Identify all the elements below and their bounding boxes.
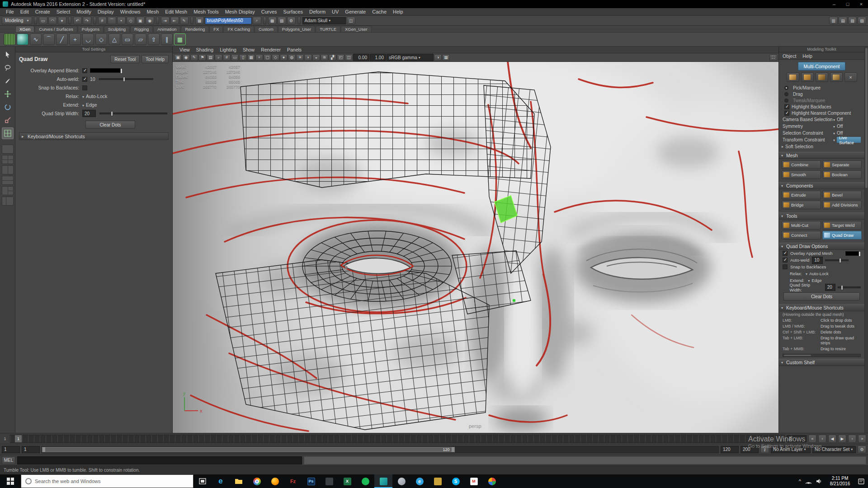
task-view-button[interactable] <box>193 474 212 488</box>
shelf-tab-xgen[interactable]: XGen <box>15 26 34 32</box>
step-back-button[interactable]: ‹ <box>818 435 826 443</box>
uv-mode-icon[interactable] <box>830 72 843 82</box>
status-line-divider[interactable] <box>68 17 71 24</box>
boolean-button[interactable]: Boolean <box>822 170 862 179</box>
firefox-icon[interactable] <box>266 474 284 488</box>
status-line-divider[interactable] <box>34 17 37 24</box>
icon-selection-mask[interactable]: ▦ <box>195 17 204 24</box>
shelf-tab-fx[interactable]: FX <box>209 26 223 32</box>
transform-constraint-row[interactable]: Transform ConstraintLive Surface <box>779 136 864 143</box>
shelf-icon-extrude[interactable]: ⇧ <box>148 33 160 45</box>
exposure-field[interactable]: 0.00 <box>353 54 369 61</box>
network-icon[interactable] <box>805 479 812 484</box>
tk-overlay-color-swatch[interactable] <box>845 251 861 256</box>
menu-cache[interactable]: Cache <box>369 9 390 14</box>
taskbar-clock[interactable]: 2:11 PM 8/21/2016 <box>826 476 854 487</box>
file-explorer-icon[interactable] <box>230 474 248 488</box>
icon-ambient-occlusion[interactable]: ◒ <box>312 54 320 61</box>
icon-gate-mask[interactable]: ▩ <box>247 54 255 61</box>
auto-weld-checkbox[interactable] <box>82 77 87 82</box>
gamma-field[interactable]: 1.00 <box>370 54 386 61</box>
go-to-start-button[interactable]: « <box>808 435 816 443</box>
edge-icon[interactable]: e <box>212 474 230 488</box>
components-section-header[interactable]: Components <box>779 182 864 189</box>
icon-pane-maximize[interactable]: ⛶ <box>769 54 777 61</box>
shortcuts-section-header[interactable]: Keyboard/Mouse Shortcuts <box>19 132 169 140</box>
tk-menu-help[interactable]: Help <box>802 53 812 59</box>
drag-radio[interactable] <box>784 92 788 96</box>
shelf-icon-revolve[interactable]: △ <box>108 33 120 45</box>
volume-icon[interactable] <box>816 479 822 484</box>
app-icon[interactable] <box>392 474 410 488</box>
extrude-button[interactable]: Extrude <box>782 191 821 199</box>
start-button[interactable] <box>0 474 21 488</box>
icon-snap-grid[interactable]: # <box>98 17 107 24</box>
tk-auto-weld-value[interactable]: 10 <box>812 257 823 264</box>
overlay-append-checkbox[interactable] <box>82 68 87 73</box>
layout-shortcut-two-vertical[interactable] <box>2 165 14 174</box>
shelf-icon-planar[interactable]: ▱ <box>135 33 146 45</box>
bridge-button[interactable]: Bridge <box>782 201 821 209</box>
icon-film-gate[interactable]: ▭ <box>231 54 239 61</box>
tk-auto-weld-checkbox[interactable] <box>783 258 788 263</box>
highlight-backfaces-checkbox[interactable] <box>784 104 789 109</box>
icon-ipr-render[interactable]: ▨ <box>278 17 286 24</box>
excel-icon[interactable]: X <box>338 474 356 488</box>
shelf-icon-cross[interactable]: + <box>69 33 81 45</box>
connect-button[interactable]: Connect <box>782 231 821 239</box>
icon-show-modeling-toolkit[interactable]: ▥ <box>829 17 838 24</box>
shelf-icon-sphere[interactable] <box>17 33 28 45</box>
highlight-nearest-checkbox[interactable] <box>784 111 789 116</box>
tk-overlay-append-checkbox[interactable] <box>783 251 788 256</box>
menu-modify[interactable]: Modify <box>73 9 94 14</box>
icon-select-by-name[interactable]: ⌕ <box>253 17 261 24</box>
icon-safe-action[interactable]: ▢ <box>264 54 271 61</box>
status-line-divider[interactable] <box>297 17 301 24</box>
current-tool-quad-draw-icon[interactable] <box>2 127 14 139</box>
menu-file[interactable]: File <box>3 9 17 14</box>
shelf-tab-sculpting[interactable]: Sculpting <box>104 26 130 32</box>
icon-auto-keyframe[interactable]: ⚷ <box>760 446 769 453</box>
mel-input[interactable] <box>17 456 302 465</box>
icon-save-scene[interactable]: ▾ <box>58 17 66 24</box>
menu-mesh-tools[interactable]: Mesh Tools <box>190 9 222 14</box>
tk-strip-width-slider[interactable] <box>838 286 861 288</box>
menu-curves[interactable]: Curves <box>258 9 280 14</box>
shelf-icon-curve-tool[interactable]: ∿ <box>30 33 42 45</box>
icon-camera-attributes[interactable]: ✎ <box>190 54 198 61</box>
shelf-tab-curves-surfaces[interactable]: Curves / Surfaces <box>35 26 77 32</box>
icon-textured-mode[interactable]: ◍ <box>288 54 296 61</box>
shelf-tab-xgen-user[interactable]: XGen_User <box>341 26 372 32</box>
shelf-tab-turtle[interactable]: TURTLE <box>316 26 340 32</box>
icon-wireframe-mode[interactable]: ◇ <box>272 54 279 61</box>
icon-isolate-select[interactable]: ◰ <box>337 54 344 61</box>
layout-shortcut-four-pane[interactable] <box>2 155 14 164</box>
symmetry-row[interactable]: SymmetryOff <box>779 123 864 130</box>
layout-shortcut-single[interactable] <box>2 145 14 154</box>
icon-render-settings[interactable]: ⚙ <box>287 17 296 24</box>
vp-menu-shading[interactable]: Shading <box>193 47 217 52</box>
range-slider-bar[interactable]: 120 <box>42 447 455 452</box>
app-icon[interactable] <box>320 474 338 488</box>
tk-relax-dropdown[interactable]: Auto-Lock <box>806 271 829 276</box>
icon-show-attribute-editor[interactable]: ▤ <box>839 17 847 24</box>
tk-shortcuts-header[interactable]: Keyboard/Mouse Shortcuts <box>779 304 864 311</box>
photoshop-icon[interactable]: Ps <box>302 474 320 488</box>
icon-bookmarks[interactable]: ⚑ <box>198 54 206 61</box>
paint-select-tool-icon[interactable] <box>2 75 14 87</box>
filezilla-icon[interactable]: Fz <box>284 474 302 488</box>
shelf-tab-polygons[interactable]: Polygons <box>78 26 104 32</box>
icon-snap-point[interactable]: • <box>117 17 126 24</box>
character-set-dropdown[interactable]: No Character Set <box>812 446 856 453</box>
menu-mesh-display[interactable]: Mesh Display <box>222 9 258 14</box>
tweak-marquee-radio[interactable] <box>784 99 788 103</box>
menu-edit-mesh[interactable]: Edit Mesh <box>162 9 190 14</box>
shelf-tab-custom[interactable]: Custom <box>255 26 278 32</box>
tools-section-header[interactable]: Tools <box>779 212 864 220</box>
playback-end-field[interactable]: 120 <box>721 446 739 453</box>
shelf-icon-pencil[interactable]: ╱ <box>56 33 68 45</box>
auto-weld-value[interactable]: 10 <box>90 76 95 82</box>
toolkit-horizontal-scrollbar[interactable] <box>783 354 861 357</box>
menu-edit[interactable]: Edit <box>17 9 32 14</box>
viewport-canvas[interactable]: x y persp Verts:4208742057 Edges:1272461… <box>173 62 778 433</box>
